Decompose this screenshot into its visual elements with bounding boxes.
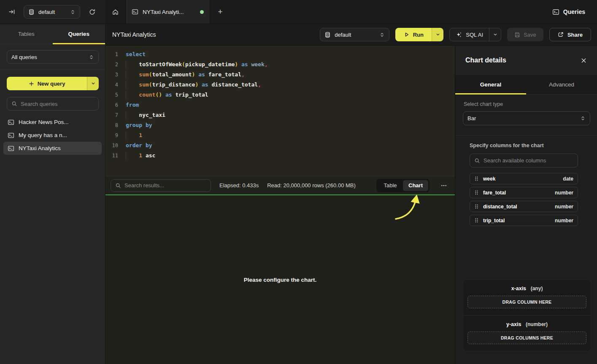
drag-handle-icon[interactable]: [474, 204, 479, 209]
chart-details-panel: Chart details General Advanced Select ch…: [455, 46, 597, 364]
result-view-toggle: Table Chart: [376, 179, 430, 192]
column-chip[interactable]: trip_total number: [470, 215, 578, 226]
code-line[interactable]: 9 1: [105, 130, 455, 140]
code-text: 1 asc: [126, 151, 155, 161]
indent-guide: [126, 132, 126, 139]
sidebar-tabs: Tables Queries: [0, 24, 105, 44]
drag-handle-icon[interactable]: [474, 190, 479, 195]
x-axis-drop-zone[interactable]: DRAG COLUMN HERE: [467, 296, 586, 308]
code-text: select: [126, 49, 146, 59]
query-search-field[interactable]: [7, 97, 99, 111]
code-text: nyc_taxi: [126, 110, 165, 120]
y-axis-drop-zone[interactable]: DRAG COLUMNS HERE: [467, 332, 586, 344]
home-icon[interactable]: [105, 0, 125, 24]
code-line[interactable]: 2 toStartOfWeek(pickup_datetime) as week…: [105, 59, 455, 70]
chart-type-label: Select chart type: [464, 101, 589, 107]
new-query-caret[interactable]: [87, 77, 99, 90]
database-icon: [324, 32, 331, 38]
column-name: week: [483, 176, 559, 182]
close-icon[interactable]: [581, 57, 587, 64]
tab-general[interactable]: General: [455, 75, 526, 94]
refresh-icon[interactable]: [86, 6, 98, 18]
chart-panel-tabs: General Advanced: [455, 75, 597, 94]
collapse-sidebar-icon[interactable]: [6, 6, 18, 18]
results-search-field[interactable]: [111, 179, 211, 192]
query-terminal-icon: [8, 145, 14, 152]
line-number: 5: [105, 90, 118, 100]
sql-ai-button[interactable]: SQL AI: [450, 28, 489, 41]
code-line[interactable]: 10order by: [105, 140, 455, 151]
code-line[interactable]: 6from: [105, 100, 455, 110]
new-query-main[interactable]: New query: [7, 77, 87, 90]
query-list-item[interactable]: NYTaxi Analytics: [3, 142, 102, 155]
column-chip[interactable]: fare_total number: [470, 187, 578, 198]
query-list-item[interactable]: My query has a n...: [3, 129, 102, 142]
column-chip[interactable]: distance_total number: [470, 201, 578, 212]
column-type: number: [555, 190, 573, 196]
search-icon: [115, 183, 121, 189]
toolbar-database-selector[interactable]: default: [320, 28, 389, 41]
database-icon: [28, 9, 35, 15]
indent-guide: [126, 91, 126, 99]
run-button[interactable]: Run: [395, 28, 432, 41]
code-line[interactable]: 1select: [105, 49, 455, 59]
column-name: fare_total: [483, 190, 551, 196]
code-text: sum(trip_distance) as distance_total,: [126, 80, 261, 90]
column-name: trip_total: [483, 218, 551, 224]
save-button[interactable]: Save: [507, 28, 543, 41]
view-tab-chart[interactable]: Chart: [403, 180, 428, 191]
code-line[interactable]: 7 nyc_taxi: [105, 110, 455, 120]
sql-editor[interactable]: 1select2 toStartOfWeek(pickup_datetime) …: [105, 46, 455, 176]
code-line[interactable]: 5 count() as trip_total: [105, 90, 455, 100]
query-filter-value: All queries: [11, 54, 85, 60]
share-label: Share: [567, 32, 583, 38]
columns-search-field[interactable]: [470, 154, 578, 167]
y-axis-section: y-axis (number) DRAG COLUMNS HERE: [463, 315, 591, 351]
new-query-button[interactable]: New query: [7, 77, 99, 90]
query-filter-select[interactable]: All queries: [7, 50, 99, 64]
share-button[interactable]: Share: [549, 28, 591, 41]
sidebar-tab-queries[interactable]: Queries: [53, 24, 105, 44]
sql-ai-caret[interactable]: [489, 28, 501, 41]
code-text: group by: [126, 120, 152, 130]
database-selector-value: default: [38, 9, 66, 15]
tab-strip: NYTaxi Analyti... +: [105, 0, 552, 24]
database-selector[interactable]: default: [24, 5, 80, 19]
sidebar-tab-tables[interactable]: Tables: [0, 24, 53, 44]
results-search-input[interactable]: [124, 182, 206, 189]
top-bar-left: default: [0, 0, 105, 24]
tab-nytaxi-analytics[interactable]: NYTaxi Analyti...: [125, 0, 210, 24]
code-line[interactable]: 3 sum(total_amount) as fare_total,: [105, 70, 455, 80]
code-line[interactable]: 8group by: [105, 120, 455, 130]
run-label: Run: [413, 32, 424, 38]
column-type: date: [563, 176, 573, 182]
query-list-item[interactable]: Hacker News Pos...: [3, 116, 102, 129]
chart-panel-title: Chart details: [465, 57, 581, 64]
queries-terminal-icon: [552, 8, 559, 16]
drag-handle-icon[interactable]: [474, 218, 479, 223]
axes-config-card: x-axis (any) DRAG COLUMN HERE y-axis (nu…: [463, 279, 591, 351]
plus-icon: [29, 81, 34, 86]
code-line[interactable]: 4 sum(trip_distance) as distance_total,: [105, 80, 455, 90]
line-number: 6: [105, 100, 118, 110]
tab-advanced[interactable]: Advanced: [526, 75, 597, 94]
sql-ai-label: SQL AI: [466, 32, 483, 38]
queries-button[interactable]: Queries: [552, 8, 585, 16]
chart-empty-message: Please configure the chart.: [244, 277, 317, 283]
code-line[interactable]: 11 1 asc: [105, 151, 455, 161]
x-axis-header: x-axis (any): [467, 285, 586, 291]
column-chip[interactable]: week date: [470, 173, 578, 184]
column-type: number: [555, 204, 573, 210]
drag-handle-icon[interactable]: [474, 176, 479, 181]
search-icon: [474, 158, 480, 164]
view-tab-table[interactable]: Table: [378, 180, 403, 191]
line-number: 9: [105, 130, 118, 140]
chart-type-select[interactable]: Bar: [463, 111, 590, 125]
queries-button-label: Queries: [563, 8, 585, 15]
more-options-icon[interactable]: [438, 180, 450, 191]
line-number: 11: [105, 151, 118, 161]
run-options-caret[interactable]: [432, 28, 443, 41]
new-tab-button[interactable]: +: [210, 0, 230, 24]
query-search-input[interactable]: [21, 101, 94, 107]
columns-search-input[interactable]: [484, 157, 573, 164]
